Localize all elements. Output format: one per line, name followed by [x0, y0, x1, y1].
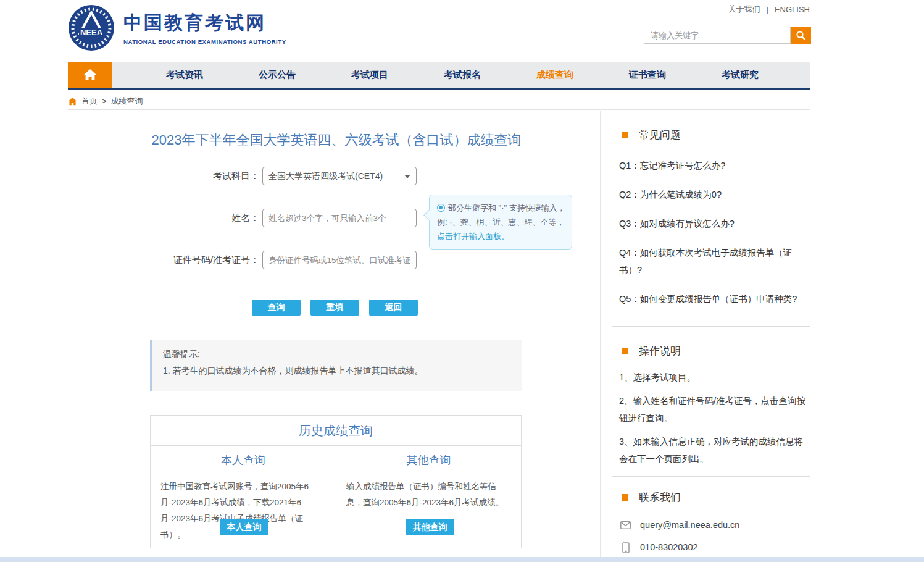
id-input[interactable] — [262, 251, 417, 269]
subject-label: 考试科目： — [68, 167, 259, 185]
home-icon — [83, 69, 97, 81]
site-title: 中国教育考试网 — [123, 10, 286, 36]
page-header: NEEA 中国教育考试网 NATIONAL EDUCATION EXAMINAT… — [0, 0, 924, 62]
site-subtitle: NATIONAL EDUCATION EXAMINATIONS AUTHORIT… — [123, 38, 286, 45]
other-query-title: 其他查询 — [336, 453, 521, 468]
breadcrumb: 首页 > 成绩查询 — [68, 93, 810, 110]
footer-strip — [0, 557, 924, 562]
rare-character-tooltip: 部分生僻字和 "·" 支持快捷输入，例: ·、龚、枂、䜣、恵、瑆、仝等，点击打开… — [429, 195, 572, 250]
instructions-header: 操作说明 — [612, 344, 810, 358]
form-buttons: 查询 重填 返回 — [252, 300, 418, 316]
orange-square-bullet-icon — [622, 348, 628, 354]
top-links-divider: | — [767, 5, 768, 14]
logo-text: 中国教育考试网 NATIONAL EDUCATION EXAMINATIONS … — [123, 10, 286, 45]
breadcrumb-home-link[interactable]: 首页 — [81, 96, 98, 107]
svg-text:NEEA: NEEA — [80, 28, 103, 37]
query-panel: 2023年下半年全国大学英语四、六级考试（含口试）成绩查询 考试科目： 全国大学… — [68, 111, 600, 557]
faq-item-q5[interactable]: Q5：如何变更成绩报告单（证书）申请种类? — [619, 290, 804, 308]
nav-item-exam-programs[interactable]: 考试项目 — [323, 62, 416, 88]
main-nav: 考试资讯 公示公告 考试项目 考试报名 成绩查询 证书查询 考试研究 — [68, 62, 810, 90]
envelope-icon — [620, 521, 631, 529]
faq-list: Q1：忘记准考证号怎么办? Q2：为什么笔试成绩为0? Q3：如对成绩有异议怎么… — [612, 142, 810, 326]
contact-section: 联系我们 query@mail.neea.edu.cn — [612, 490, 810, 562]
self-query-button[interactable]: 本人查询 — [220, 519, 268, 535]
breadcrumb-separator: > — [102, 96, 107, 106]
tooltip-text: 部分生僻字和 "·" 支持快捷输入，例: ·、龚、枂、䜣、恵、瑆、仝等， — [437, 203, 565, 227]
tip-title: 温馨提示: — [163, 349, 522, 360]
site-logo[interactable]: NEEA 中国教育考试网 NATIONAL EDUCATION EXAMINAT… — [68, 4, 286, 51]
contact-email-row: query@mail.neea.edu.cn — [620, 518, 810, 532]
id-row: 证件号码/准考证号： — [68, 251, 600, 269]
contact-email[interactable]: query@mail.neea.edu.cn — [640, 518, 739, 532]
radio-selected-icon — [437, 204, 445, 212]
open-input-panel-link[interactable]: 点击打开输入面板。 — [437, 232, 509, 241]
contact-list: query@mail.neea.edu.cn 010-83020302 — [612, 505, 810, 562]
back-button[interactable]: 返回 — [369, 300, 418, 316]
warm-tip-box: 温馨提示: 1. 若考生的口试成绩为不合格，则成绩报告单上不报道其口试成绩。 — [150, 340, 522, 391]
orange-square-bullet-icon — [622, 494, 628, 501]
nav-item-score-query[interactable]: 成绩查询 — [509, 62, 601, 88]
other-query-desc: 输入成绩报告单（证书）编号和姓名等信息，查询2005年6月-2023年6月考试成… — [336, 479, 521, 511]
orange-square-bullet-icon — [622, 132, 628, 138]
instruction-step-3: 3、如果输入信息正确，对应考试的成绩信息将会在下一个页面列出。 — [619, 433, 812, 468]
other-query-column: 其他查询 输入成绩报告单（证书）编号和姓名等信息，查询2005年6月-2023年… — [336, 446, 521, 548]
history-title: 历史成绩查询 — [151, 416, 521, 446]
instruction-step-1: 1、选择考试项目。 — [619, 369, 812, 386]
sidebar: 常见问题 Q1：忘记准考证号怎么办? Q2：为什么笔试成绩为0? Q3：如对成绩… — [612, 111, 810, 562]
faq-item-q3[interactable]: Q3：如对成绩有异议怎么办? — [619, 215, 804, 232]
english-link[interactable]: ENGLISH — [775, 5, 810, 14]
faq-header: 常见问题 — [612, 128, 810, 142]
nav-item-announcements[interactable]: 公示公告 — [231, 62, 323, 88]
name-input[interactable] — [262, 209, 417, 227]
instructions-list: 1、选择考试项目。 2、输入姓名和证件号码/准考证号，点击查询按钮进行查询。 3… — [612, 358, 810, 476]
subject-select-value: 全国大学英语四级考试(CET4) — [268, 171, 383, 181]
other-query-button[interactable]: 其他查询 — [406, 519, 454, 535]
nav-item-certificate-query[interactable]: 证书查询 — [601, 62, 694, 88]
mobile-phone-icon — [622, 542, 630, 553]
nav-home-button[interactable] — [68, 62, 112, 88]
instructions-title: 操作说明 — [639, 344, 681, 358]
query-button[interactable]: 查询 — [252, 300, 301, 316]
about-us-link[interactable]: 关于我们 — [728, 4, 760, 15]
other-query-rule — [346, 474, 512, 474]
content-sidebar-divider — [600, 111, 601, 558]
neea-emblem-icon: NEEA — [68, 4, 115, 51]
reset-button[interactable]: 重填 — [310, 300, 359, 316]
faq-title: 常见问题 — [639, 128, 681, 142]
name-label: 姓名： — [68, 209, 259, 227]
tip-line: 1. 若考生的口试成绩为不合格，则成绩报告单上不报道其口试成绩。 — [163, 366, 522, 377]
self-query-rule — [160, 474, 327, 474]
instruction-step-2: 2、输入姓名和证件号码/准考证号，点击查询按钮进行查询。 — [619, 392, 812, 427]
faq-section: 常见问题 Q1：忘记准考证号怎么办? Q2：为什么笔试成绩为0? Q3：如对成绩… — [612, 128, 810, 327]
self-query-column: 本人查询 注册中国教育考试网账号，查询2005年6月-2023年6月考试成绩，下… — [151, 446, 336, 548]
id-label: 证件号码/准考证号： — [68, 251, 259, 269]
history-query-box: 历史成绩查询 本人查询 注册中国教育考试网账号，查询2005年6月-2023年6… — [150, 415, 522, 548]
chevron-down-icon — [404, 175, 410, 178]
main-area: 2023年下半年全国大学英语四、六级考试（含口试）成绩查询 考试科目： 全国大学… — [68, 111, 810, 557]
search-input[interactable] — [644, 27, 791, 44]
nav-item-registration[interactable]: 考试报名 — [416, 62, 509, 88]
faq-item-q1[interactable]: Q1：忘记准考证号怎么办? — [619, 157, 804, 174]
breadcrumb-current: 成绩查询 — [111, 96, 143, 107]
breadcrumb-home-icon — [68, 97, 77, 106]
contact-phone: 010-83020302 — [640, 540, 698, 555]
subject-row: 考试科目： 全国大学英语四级考试(CET4) — [68, 167, 600, 185]
page-title: 2023年下半年全国大学英语四、六级考试（含口试）成绩查询 — [130, 131, 543, 149]
subject-select[interactable]: 全国大学英语四级考试(CET4) — [262, 167, 417, 185]
search-bar — [644, 27, 811, 44]
contact-phone-row: 010-83020302 — [620, 540, 810, 555]
nav-item-exam-news[interactable]: 考试资讯 — [138, 62, 231, 88]
faq-item-q4[interactable]: Q4：如何获取本次考试电子成绩报告单（证书）? — [619, 244, 804, 279]
contact-title: 联系我们 — [639, 490, 681, 505]
search-button[interactable] — [791, 27, 811, 44]
self-query-title: 本人查询 — [151, 453, 336, 468]
instructions-section: 操作说明 1、选择考试项目。 2、输入姓名和证件号码/准考证号，点击查询按钮进行… — [612, 344, 810, 477]
top-links: 关于我们 | ENGLISH — [728, 4, 810, 15]
search-icon — [796, 30, 806, 41]
faq-item-q2[interactable]: Q2：为什么笔试成绩为0? — [619, 186, 804, 203]
contact-header: 联系我们 — [612, 490, 810, 505]
nav-items: 考试资讯 公示公告 考试项目 考试报名 成绩查询 证书查询 考试研究 — [138, 62, 786, 88]
nav-item-exam-research[interactable]: 考试研究 — [694, 62, 786, 88]
